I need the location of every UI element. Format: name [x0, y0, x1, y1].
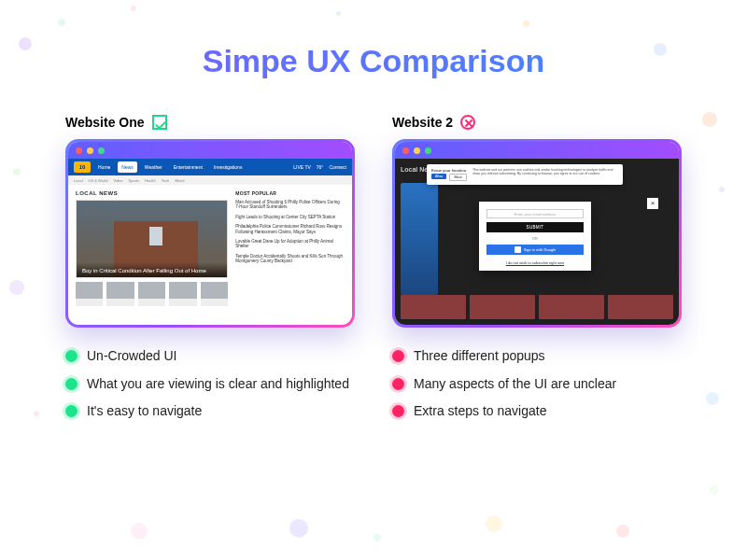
traffic-light-zoom-icon [425, 147, 431, 154]
bullet-bad-icon [392, 378, 404, 390]
google-signin-button: Sign in with Google [486, 245, 584, 255]
story-thumb [201, 282, 228, 306]
point-text: Three different popups [414, 348, 545, 365]
traffic-light-zoom-icon [98, 147, 105, 154]
pro-point: Un-Crowded UI [65, 348, 355, 365]
subnav-item: Weird [175, 178, 184, 183]
traffic-light-minimize-icon [87, 147, 93, 154]
con-point: Three different popups [392, 348, 682, 365]
popular-item: Man Accused of Shooting 6 Philly Police … [235, 200, 345, 210]
hero-caption: Boy in Critical Condition After Falling … [77, 262, 227, 277]
cookie-block-button: Block [449, 174, 467, 181]
column-website-two: Website 2 Local News Know your loca [392, 115, 682, 431]
popup-close-icon: × [647, 198, 658, 209]
weather-temp: 76° [317, 164, 324, 170]
bullet-bad-icon [392, 350, 404, 362]
cookie-text: This website and our partners use cookie… [472, 168, 618, 181]
bullet-good-icon [65, 405, 78, 417]
cookie-prompt: Know your location [431, 168, 467, 173]
con-point: Extra steps to navigate [392, 403, 682, 420]
skip-link: I do not wish to subscribe right now [506, 260, 564, 265]
site-logo: 10 [74, 161, 91, 173]
live-tv-label: LIVE TV [293, 164, 311, 170]
cookie-banner-popup: Know your location Allow Block This webs… [427, 164, 623, 185]
nav-item: Home [94, 161, 114, 173]
bullet-bad-icon [392, 405, 404, 417]
traffic-light-close-icon [76, 147, 82, 154]
sidebar-heading: MOST POPULAR [235, 190, 345, 196]
point-text: Un-Crowded UI [87, 348, 176, 365]
section-heading: LOCAL NEWS [76, 190, 228, 196]
popular-item: Lovable Great Dane Up for Adoption at Ph… [235, 239, 345, 249]
traffic-light-minimize-icon [414, 147, 420, 154]
column-website-one: Website One 10 Home News Weather Enterta… [65, 115, 355, 431]
window-titlebar [395, 142, 679, 159]
divider-or: OR [532, 236, 538, 241]
popular-item: Fight Leads to Shooting at Center City S… [235, 215, 345, 219]
traffic-light-close-icon [402, 147, 409, 154]
story-thumb [138, 282, 165, 306]
window-titlebar [68, 142, 352, 159]
connect-label: Connect [329, 164, 346, 170]
pro-point: What you are viewing is clear and highli… [65, 376, 355, 393]
screenshot-website-two: Local News Know your location Allow Bloc… [395, 159, 679, 325]
ad-sidebar [401, 183, 438, 295]
hero-image: Boy in Critical Condition After Falling … [76, 200, 228, 278]
bullet-good-icon [65, 350, 78, 362]
subnav-item: Video [113, 178, 122, 183]
checkmark-icon [152, 115, 167, 130]
browser-frame-one: 10 Home News Weather Entertainment Inves… [65, 139, 355, 328]
heading-website-two: Website 2 [392, 115, 453, 130]
subnav-item: Tech [162, 178, 169, 183]
pro-point: It's easy to navigate [65, 403, 355, 420]
page-title: Simpe UX Comparison [0, 43, 747, 79]
heading-website-one: Website One [65, 115, 145, 130]
story-thumb [76, 282, 103, 306]
newsletter-popup: Enter your email address SUBMIT OR Sign … [479, 202, 591, 271]
browser-frame-two: Local News Know your location Allow Bloc… [392, 139, 682, 328]
bullet-good-icon [65, 378, 78, 390]
nav-item: Investigations [210, 161, 247, 173]
point-text: Many aspects of the UI are unclear [414, 376, 616, 393]
subnav-item: Local [74, 178, 83, 183]
subnav-item: Sports [129, 178, 140, 183]
point-text: What you are viewing is clear and highli… [87, 376, 349, 393]
subnav-item: US & World [89, 178, 108, 183]
cross-icon [460, 115, 475, 130]
cookie-allow-button: Allow [431, 174, 446, 179]
subnav-item: Health [145, 178, 156, 183]
point-text: Extra steps to navigate [414, 403, 546, 420]
popular-item: Philadelphia Police Commissioner Richard… [235, 224, 345, 234]
nav-item: Entertainment [170, 161, 206, 173]
email-field: Enter your email address [486, 209, 584, 218]
story-thumb [169, 282, 196, 306]
nav-item-active: News [118, 161, 137, 173]
story-thumb [106, 282, 134, 306]
screenshot-website-one: 10 Home News Weather Entertainment Inves… [68, 159, 352, 325]
point-text: It's easy to navigate [87, 403, 202, 420]
popular-item: Temple Doctor Accidentally Shoots and Ki… [235, 254, 345, 264]
nav-item: Weather [141, 161, 166, 173]
con-point: Many aspects of the UI are unclear [392, 376, 682, 393]
submit-button: SUBMIT [486, 222, 584, 232]
